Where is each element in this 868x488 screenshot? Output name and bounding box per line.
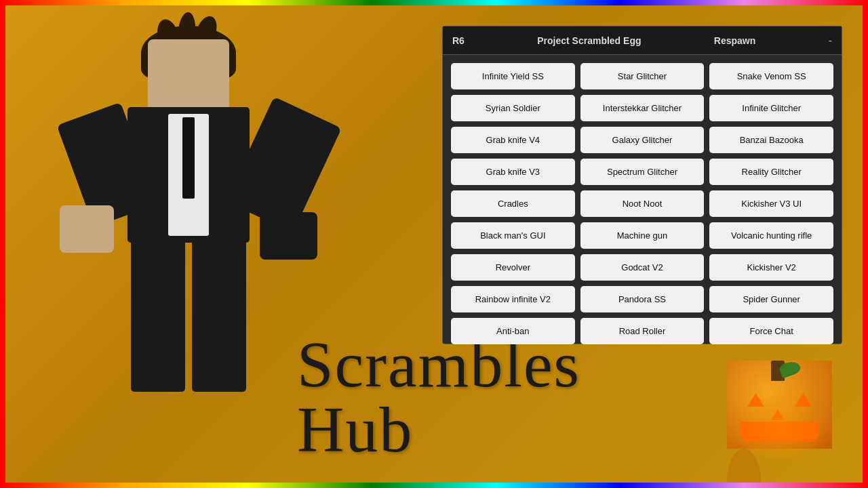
button-grid: Infinite Yield SSStar GlitcherSnake Veno…: [443, 55, 842, 345]
script-btn-16[interactable]: Black man's GUI: [451, 222, 575, 249]
script-btn-4[interactable]: Syrian Soldier: [451, 95, 575, 121]
script-btn-12[interactable]: Reality Glitcher: [709, 159, 833, 185]
script-panel: R6 Project Scrambled Egg Respawn - Infin…: [442, 26, 842, 344]
script-btn-15[interactable]: Kickisher V3 UI: [709, 190, 833, 217]
script-btn-9[interactable]: Banzai Bazooka: [709, 127, 833, 153]
script-btn-26[interactable]: Road Roller: [580, 318, 705, 344]
respawn-label: Respawn: [714, 35, 755, 46]
panel-header: R6 Project Scrambled Egg Respawn -: [443, 26, 842, 55]
script-btn-10[interactable]: Grab knife V3: [451, 159, 575, 185]
script-btn-11[interactable]: Spectrum Glitcher: [580, 159, 705, 185]
script-btn-1[interactable]: Infinite Yield SS: [451, 63, 575, 89]
script-btn-25[interactable]: Anti-ban: [451, 318, 575, 344]
script-btn-7[interactable]: Grab knife V4: [451, 127, 575, 153]
project-label: Project Scrambled Egg: [537, 35, 641, 46]
script-btn-24[interactable]: Spider Gunner: [709, 286, 833, 312]
char-tie: [182, 117, 195, 199]
pumpkin-mouth-inner: [741, 422, 818, 442]
title-area: Scrambles Hub: [297, 332, 580, 462]
inner-background: R6 Project Scrambled Egg Respawn - Infin…: [5, 5, 863, 483]
script-btn-6[interactable]: Infinite Glitcher: [709, 95, 833, 121]
script-btn-18[interactable]: Volcanic hunting rifle: [709, 222, 833, 249]
script-btn-8[interactable]: Galaxy Glitcher: [580, 127, 705, 153]
script-btn-22[interactable]: Rainbow infinite V2: [451, 286, 575, 312]
r6-label: R6: [452, 35, 465, 46]
script-btn-21[interactable]: Kickisher V2: [709, 254, 833, 281]
pumpkin-mouth: [741, 422, 818, 442]
script-btn-2[interactable]: Star Glitcher: [580, 63, 705, 89]
char-left-hand: [60, 205, 114, 253]
script-btn-23[interactable]: Pandora SS: [580, 286, 705, 312]
pumpkin-decoration: [727, 361, 835, 469]
pumpkin-body: [727, 361, 832, 455]
script-btn-14[interactable]: Noot Noot: [580, 190, 705, 217]
char-right-leg: [192, 236, 246, 392]
script-btn-13[interactable]: Cradles: [451, 190, 575, 217]
script-btn-20[interactable]: Godcat V2: [580, 254, 705, 281]
script-btn-17[interactable]: Machine gun: [580, 222, 705, 249]
script-btn-3[interactable]: Snake Venom SS: [709, 63, 833, 89]
char-left-leg: [131, 236, 185, 392]
script-btn-19[interactable]: Revolver: [451, 254, 575, 281]
roblox-character: [53, 19, 338, 426]
script-btn-27[interactable]: Force Chat: [709, 318, 833, 344]
rainbow-border: R6 Project Scrambled Egg Respawn - Infin…: [0, 0, 868, 488]
script-btn-5[interactable]: Interstekkar Glitcher: [580, 95, 705, 121]
pumpkin-segment-left: [727, 449, 761, 483]
title-line2: Hub: [297, 397, 580, 462]
char-right-hand: [260, 212, 317, 260]
char-head: [148, 39, 229, 114]
close-button[interactable]: -: [829, 35, 832, 47]
